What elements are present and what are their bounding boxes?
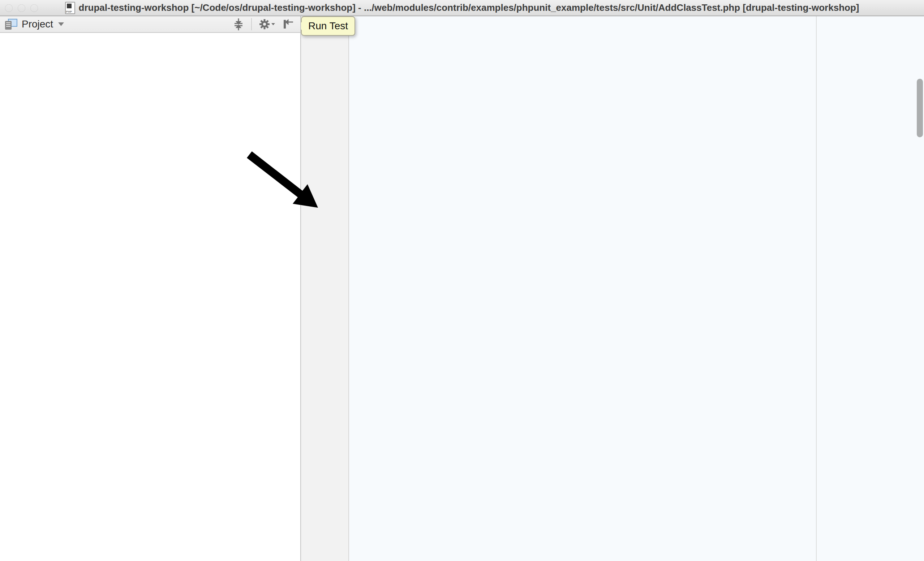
project-tool-window: Project <box>0 16 301 561</box>
collapse-all-icon[interactable] <box>232 18 244 31</box>
minimize-window-icon[interactable] <box>18 4 25 12</box>
editor-vertical-scrollbar[interactable] <box>917 79 923 137</box>
editor-gutter <box>301 16 349 561</box>
zoom-window-icon[interactable] <box>30 4 38 12</box>
hide-panel-icon[interactable] <box>282 18 294 31</box>
code-editor[interactable]: Run Test <box>301 16 924 561</box>
project-tree <box>0 16 300 561</box>
titlebar-document-icon <box>65 2 75 14</box>
close-window-icon[interactable] <box>5 4 13 12</box>
window-titlebar: drupal-testing-workshop [~/Code/os/drupa… <box>0 0 924 16</box>
toolbar-separator <box>251 18 252 30</box>
traffic-lights <box>5 4 38 12</box>
project-view-icon <box>5 19 17 30</box>
run-test-tooltip[interactable]: Run Test <box>301 16 355 36</box>
project-panel-header: Project <box>0 16 300 33</box>
window-title: drupal-testing-workshop [~/Code/os/drupa… <box>79 2 860 13</box>
chevron-down-icon[interactable] <box>58 22 64 26</box>
project-panel-title[interactable]: Project <box>22 18 53 30</box>
right-margin-guide <box>816 16 817 561</box>
gear-icon[interactable] <box>258 18 276 31</box>
run-test-tooltip-label: Run Test <box>308 20 348 32</box>
